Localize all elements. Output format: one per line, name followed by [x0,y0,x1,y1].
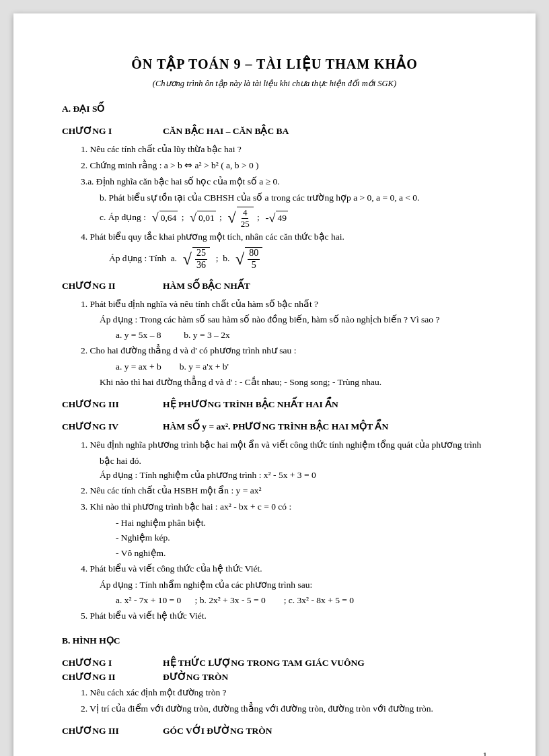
chapter-2-header: CHƯƠNG II HÀM SỐ BẬC NHẤT [62,279,487,294]
chapter-3-label: CHƯƠNG III [62,398,136,412]
sqrt-001: √0,01 [190,211,216,226]
item-4-5: 5. Phát biểu và viết hệ thức Viét. [81,609,487,623]
item-4-3: 3. Khi nào thì phương trình bậc hai : ax… [81,500,487,514]
chapter-b2-title: ĐƯỜNG TRÒN [163,671,228,685]
chapter-2-title: HÀM SỐ BẬC NHẤT [163,279,250,294]
chapter-2-label: CHƯƠNG II [62,279,136,294]
chapter-b2-header: CHƯƠNG II ĐƯỜNG TRÒN [62,671,487,685]
page-number: 1 [483,749,488,756]
item-4-3-two: - Hai nghiệm phân biệt. [116,516,487,530]
chapter-3-title: HỆ PHƯƠNG TRÌNH BẬC NHẤT HAI ẨN [163,398,338,412]
chapter-4-label: CHƯƠNG IV [62,420,136,434]
chapter-1-content: 1. Nêu các tính chất của lũy thừa bậc ha… [62,143,487,271]
sqrt-neg-49: -√49 [266,210,288,226]
item-2-2-ab: a. y = ax + b b. y = a'x + b' [116,360,487,374]
item-1-2: 2. Chứng minh rằng : a > b ⇔ a² > b² ( a… [81,159,487,173]
chapter-b1-label: CHƯƠNG I [62,656,136,671]
item-2-2: 2. Cho hai đường thẳng d và d' có phương… [81,344,487,358]
item-4-4-apply: Áp dụng : Tính nhẩm nghiệm của các phươn… [100,578,487,592]
chapter-4-title: HÀM SỐ y = ax². PHƯƠNG TRÌNH BẬC HAI MỘT… [163,420,388,434]
chapter-4-content: 1. Nêu định nghĩa phương trình bậc hai m… [62,438,487,623]
item-1-3a: 3.a. Định nghĩa căn bậc hai số học của m… [81,175,487,189]
chapter-b3-header: CHƯƠNG III GÓC VỚI ĐƯỜNG TRÒN [62,724,487,738]
chapter-b3-title: GÓC VỚI ĐƯỜNG TRÒN [163,724,272,738]
item-4-3-none: - Vô nghiệm. [116,547,487,561]
subtitle: (Chương trình ôn tập này là tài liệu khi… [62,77,487,90]
item-2-2-when: Khi nào thì hai đường thẳng d và d' : - … [100,376,487,390]
chapter-1-label: CHƯƠNG I [62,125,136,139]
chapter-2-content: 1. Phát biểu định nghĩa và nêu tính chất… [62,298,487,390]
chapter-1-header: CHƯƠNG I CĂN BẬC HAI – CĂN BẬC BA [62,125,487,139]
sqrt-frac-25-36: √ 25 36 [183,247,210,271]
item-4-4: 4. Phát biểu và viết công thức của hệ th… [81,562,487,576]
chapter-b3-label: CHƯƠNG III [62,724,136,738]
item-4-1-cont: bậc hai đó. [100,454,487,469]
chapter-b1-header: CHƯƠNG I HỆ THỨC LƯỢNG TRONG TAM GIÁC VU… [62,656,487,671]
item-1-3b: b. Phát biểu sự tồn tại của CBHSH của số… [100,191,487,205]
item-2-1-ab: a. y = 5x – 8 b. y = 3 – 2x [116,329,487,343]
item-4-3-double: - Nghiệm kép. [116,531,487,545]
item-1-4: 4. Phát biểu quy tắc khai phương một tíc… [81,230,487,244]
section-b-header: B. HÌNH HỌC [62,634,487,648]
item-2-1-apply: Áp dụng : Trong các hàm số sau hàm số nà… [100,313,487,327]
item-1-3c: c. Áp dụng : √0,64 ; √0,01 ; √ 4 25 ; [100,207,487,229]
chapter-b1-title: HỆ THỨC LƯỢNG TRONG TAM GIÁC VUÔNG [163,656,365,671]
item-b2-2: 2. Vị trí của điểm với đường tròn, đường… [81,702,487,716]
sqrt-064: √0,64 [152,211,178,226]
item-4-1-apply: Áp dụng : Tính nghiệm của phương trình :… [100,469,487,483]
sqrt-frac-80-5: √ 80 5 [235,247,262,271]
chapter-b2-content: 1. Nêu cách xác định một đường tròn ? 2.… [62,686,487,716]
chapter-4-header: CHƯƠNG IV HÀM SỐ y = ax². PHƯƠNG TRÌNH B… [62,420,487,434]
document-page: ÔN TẬP TOÁN 9 – TÀI LIỆU THAM KHẢO (Chươ… [13,13,536,756]
section-a-header: A. ĐẠI SỐ [62,102,487,116]
item-2-1: 1. Phát biểu định nghĩa và nêu tính chất… [81,298,487,312]
item-1-4-apply: Áp dụng : Tính a. √ 25 36 ; b. √ 80 5 [109,247,487,271]
chapter-3-header: CHƯƠNG III HỆ PHƯƠNG TRÌNH BẬC NHẤT HAI … [62,398,487,412]
item-1-1: 1. Nêu các tính chất của lũy thừa bậc ha… [81,143,487,157]
chapter-b2-label: CHƯƠNG II [62,671,136,685]
item-4-2: 2. Nêu các tính chất của HSBH một ẩn : y… [81,484,487,498]
sqrt-frac-4-25: √ 4 25 [228,207,254,229]
item-b2-1: 1. Nêu cách xác định một đường tròn ? [81,686,487,700]
item-4-1: 1. Nêu định nghĩa phương trình bậc hai m… [81,438,487,452]
chapter-1-title: CĂN BẬC HAI – CĂN BẬC BA [163,125,289,139]
main-title: ÔN TẬP TOÁN 9 – TÀI LIỆU THAM KHẢO [62,54,487,75]
item-4-4-abc: a. x² - 7x + 10 = 0 ; b. 2x² + 3x - 5 = … [116,594,487,608]
